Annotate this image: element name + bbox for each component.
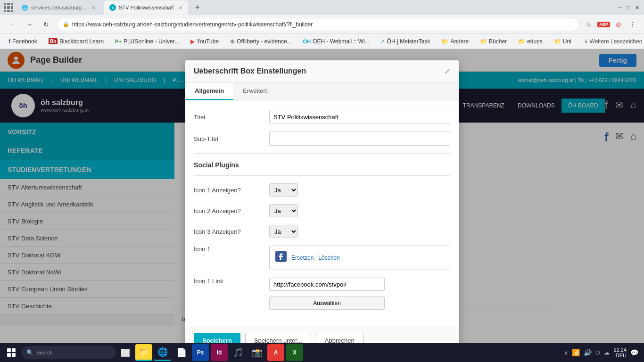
divider-2 (194, 175, 450, 176)
replace-icon-link[interactable]: Ersetzen (291, 255, 314, 261)
icon2-show-select[interactable]: Ja Nein (269, 204, 298, 217)
bookmark-plusonline[interactable]: P+ PLUSonline - Univer... (112, 37, 182, 46)
taskbar-app-indesign[interactable]: Id (211, 344, 228, 361)
taskbar-app-spotify[interactable]: 🎵 (230, 344, 247, 361)
blackboard-bm-icon: Bb (49, 38, 58, 44)
icon1-label: Icon 1 (194, 246, 269, 253)
titel-input[interactable] (269, 110, 450, 124)
subtitle-input[interactable] (269, 132, 450, 146)
bookmark-label: Bücher (489, 38, 507, 45)
bookmark-label: Uni (563, 38, 571, 45)
bookmark-buecher[interactable]: 📁 Bücher (477, 37, 510, 46)
taskbar: 🔍 Search ⬜ 📁 🌐 📄 Ps Id 🎵 📸 A X ∧ 📶 🔊 ⬡ ☁… (0, 343, 644, 362)
bookmark-facebook[interactable]: f Facebook (6, 37, 40, 46)
search-bar[interactable]: 🔍 Search (22, 346, 116, 359)
browser-tab[interactable]: 🌐 services.oeh-salzburg.at ✕ (16, 0, 101, 15)
expand-icon[interactable]: ⤢ (445, 67, 450, 75)
block-icon[interactable]: ⊘ (613, 19, 624, 30)
reload-button[interactable]: ↻ (40, 18, 53, 31)
bookmark-label: educe (527, 38, 543, 45)
bookmark-educe[interactable]: 📁 educe (515, 37, 545, 46)
dialog-tabs: Allgemein Erweitert (185, 82, 459, 100)
network-icon[interactable]: 📶 (572, 349, 580, 356)
bookmark-label: YouTube (197, 38, 219, 45)
back-button[interactable]: ← (6, 18, 19, 31)
close-button[interactable]: ✕ (634, 4, 640, 11)
form-row-icon1-link: Icon 1 Link Auswählen (194, 278, 450, 310)
search-icon: 🔍 (26, 349, 33, 356)
time-display: 22:24 (613, 347, 627, 353)
task-view-button[interactable]: ⬜ (117, 344, 134, 361)
dialog-footer: Speichern Speichern unter... Abbrechen (185, 327, 459, 345)
address-actions: ☆ ABP ⊘ ⋮ (583, 19, 638, 30)
auswaehlen-button[interactable]: Auswählen (269, 296, 385, 310)
tab-active-close-icon[interactable]: ✕ (179, 5, 182, 10)
form-row-icon3-show: Icon 3 Anzeigen? Ja Nein (194, 225, 450, 238)
maximize-button[interactable]: □ (625, 4, 632, 11)
bookmark-meistertask[interactable]: ✓ ÖH | MeisterTask (378, 37, 433, 46)
dialog-title: Ueberschrift Box Einstellungen (194, 67, 306, 75)
chevron-up-icon[interactable]: ∧ (564, 350, 568, 356)
buecher-folder-icon: 📁 (480, 38, 487, 45)
battery-icon[interactable]: ⬡ (595, 350, 600, 356)
onedrive-icon[interactable]: ☁ (604, 349, 610, 356)
bookmark-offliberty[interactable]: ⊕ Offliberty - evidence... (227, 37, 295, 46)
tab-active-favicon: ö (109, 4, 116, 11)
tab-close-icon[interactable]: ✕ (91, 5, 95, 10)
menu-icon[interactable]: ⋮ (627, 19, 638, 30)
window-controls: ─ □ ✕ (617, 4, 640, 11)
educe-folder-icon: 📁 (518, 38, 525, 45)
browser-chrome: 🌐 services.oeh-salzburg.at ✕ ö STV Polit… (0, 0, 644, 49)
volume-icon[interactable]: 🔊 (584, 349, 592, 356)
bookmark-youtube[interactable]: ▶ YouTube (188, 37, 222, 46)
taskbar-app-photoshop[interactable]: Ps (192, 344, 209, 361)
taskbar-app-tag[interactable]: A (267, 344, 284, 361)
icon1-box: Ersetzen Löschen (269, 246, 450, 270)
more-bookmarks-button[interactable]: » Weitere Lesezeichen (582, 37, 644, 46)
titel-label: Titel (194, 114, 269, 121)
forward-button[interactable]: → (23, 18, 36, 31)
icon1-show-select[interactable]: Ja Nein (269, 183, 298, 197)
icon1-link-input[interactable] (269, 278, 385, 291)
browser-tab-active[interactable]: ö STV Politikwissenschaft ✕ (104, 0, 188, 15)
more-icon: » (585, 38, 588, 45)
bookmark-andere[interactable]: 📁 Andere (438, 37, 471, 46)
form-row-icon1-show: Icon 1 Anzeigen? Ja Nein (194, 183, 450, 197)
taskbar-app-acrobat[interactable]: 📄 (173, 344, 190, 361)
delete-icon-link[interactable]: Löschen (318, 255, 339, 261)
taskbar-app-explorer[interactable]: 📁 (135, 344, 152, 361)
bookmark-label: Offliberty - evidence... (237, 38, 292, 45)
icon1-link-label: Icon 1 Link (194, 278, 269, 285)
divider-1 (194, 153, 450, 154)
tab-favicon: 🌐 (22, 5, 28, 11)
address-bar: ← → ↻ 🔒 https://www.oeh-salzburg.at/oeh-… (0, 15, 644, 34)
bookmark-label: Weitere Lesezeichen (590, 38, 643, 45)
page-content: Page Builder Fertig ÖH WEBMAIL | UNI WEB… (0, 49, 644, 345)
icon1-show-label: Icon 1 Anzeigen? (194, 187, 269, 194)
address-input[interactable]: 🔒 https://www.oeh-salzburg.at/oeh-salzbu… (57, 18, 579, 31)
taskbar-app-photos[interactable]: 📸 (248, 344, 265, 361)
tab-label: services.oeh-salzburg.at (31, 5, 87, 10)
dialog-header: Ueberschrift Box Einstellungen ⤢ (185, 60, 459, 82)
taskbar-app-chrome[interactable]: 🌐 (154, 344, 171, 361)
new-tab-button[interactable]: + (191, 1, 204, 14)
bookmark-blackboard[interactable]: Bb Blackboard Learn (46, 37, 107, 46)
search-placeholder: Search (36, 350, 53, 355)
adblock-badge[interactable]: ABP (597, 22, 610, 27)
bookmark-uni[interactable]: 📁 Uni (551, 37, 574, 46)
bookmark-oeh-webmail[interactable]: ÖH OEH - Webmail :: Wi... (300, 37, 372, 46)
minimize-button[interactable]: ─ (617, 4, 623, 11)
bookmark-label: Facebook (12, 38, 37, 45)
tab-allgemein[interactable]: Allgemein (185, 82, 233, 100)
start-button[interactable] (2, 344, 21, 361)
icon3-show-label: Icon 3 Anzeigen? (194, 228, 269, 235)
star-icon[interactable]: ☆ (583, 19, 594, 30)
notification-icon[interactable]: 💬 (630, 349, 638, 356)
oeh-bm-icon: ÖH (303, 39, 311, 44)
tab-erweitert[interactable]: Erweitert (233, 82, 276, 100)
apps-icon[interactable] (4, 3, 13, 12)
taskbar-app-excel[interactable]: X (286, 344, 303, 361)
tab-active-label: STV Politikwissenschaft (119, 5, 174, 10)
icon3-show-select[interactable]: Ja Nein (269, 225, 298, 238)
bookmark-label: OEH - Webmail :: Wi... (313, 38, 369, 45)
